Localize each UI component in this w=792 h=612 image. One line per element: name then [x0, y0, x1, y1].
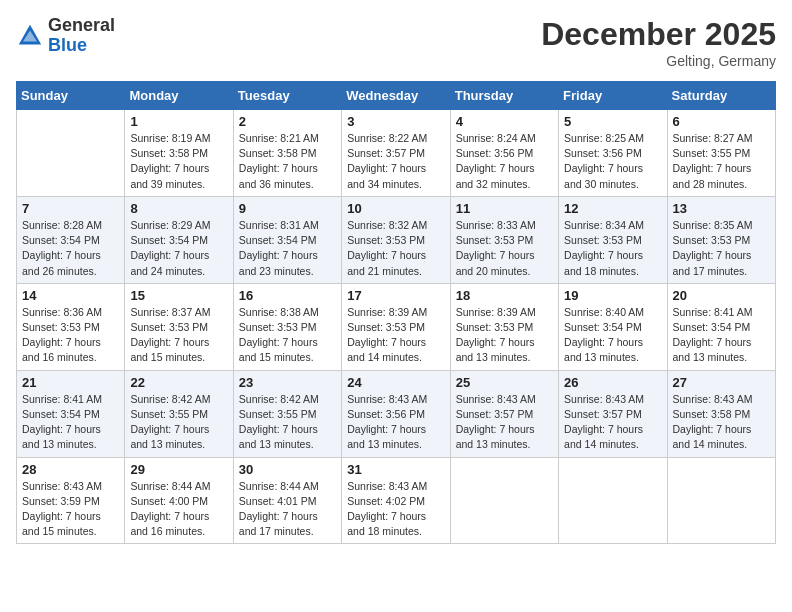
calendar-cell: 9Sunrise: 8:31 AM Sunset: 3:54 PM Daylig… [233, 196, 341, 283]
day-number: 14 [22, 288, 119, 303]
day-number: 1 [130, 114, 227, 129]
day-number: 3 [347, 114, 444, 129]
day-number: 24 [347, 375, 444, 390]
calendar-week-row: 14Sunrise: 8:36 AM Sunset: 3:53 PM Dayli… [17, 283, 776, 370]
header-wednesday: Wednesday [342, 82, 450, 110]
day-number: 21 [22, 375, 119, 390]
day-info: Sunrise: 8:40 AM Sunset: 3:54 PM Dayligh… [564, 305, 661, 366]
calendar-cell: 14Sunrise: 8:36 AM Sunset: 3:53 PM Dayli… [17, 283, 125, 370]
logo-general-text: General [48, 15, 115, 35]
day-number: 17 [347, 288, 444, 303]
calendar-cell: 25Sunrise: 8:43 AM Sunset: 3:57 PM Dayli… [450, 370, 558, 457]
day-info: Sunrise: 8:41 AM Sunset: 3:54 PM Dayligh… [673, 305, 770, 366]
day-number: 9 [239, 201, 336, 216]
day-number: 30 [239, 462, 336, 477]
day-number: 22 [130, 375, 227, 390]
header-thursday: Thursday [450, 82, 558, 110]
calendar-cell: 30Sunrise: 8:44 AM Sunset: 4:01 PM Dayli… [233, 457, 341, 544]
calendar-cell: 13Sunrise: 8:35 AM Sunset: 3:53 PM Dayli… [667, 196, 775, 283]
day-number: 29 [130, 462, 227, 477]
logo-blue-text: Blue [48, 35, 87, 55]
calendar-cell: 26Sunrise: 8:43 AM Sunset: 3:57 PM Dayli… [559, 370, 667, 457]
day-info: Sunrise: 8:39 AM Sunset: 3:53 PM Dayligh… [347, 305, 444, 366]
day-info: Sunrise: 8:44 AM Sunset: 4:00 PM Dayligh… [130, 479, 227, 540]
header-saturday: Saturday [667, 82, 775, 110]
logo: General Blue [16, 16, 115, 56]
calendar-cell: 24Sunrise: 8:43 AM Sunset: 3:56 PM Dayli… [342, 370, 450, 457]
day-number: 11 [456, 201, 553, 216]
calendar-cell: 6Sunrise: 8:27 AM Sunset: 3:55 PM Daylig… [667, 110, 775, 197]
header-tuesday: Tuesday [233, 82, 341, 110]
day-number: 18 [456, 288, 553, 303]
calendar-cell: 2Sunrise: 8:21 AM Sunset: 3:58 PM Daylig… [233, 110, 341, 197]
day-number: 8 [130, 201, 227, 216]
day-info: Sunrise: 8:33 AM Sunset: 3:53 PM Dayligh… [456, 218, 553, 279]
day-number: 28 [22, 462, 119, 477]
calendar-header-row: SundayMondayTuesdayWednesdayThursdayFrid… [17, 82, 776, 110]
day-number: 2 [239, 114, 336, 129]
day-info: Sunrise: 8:21 AM Sunset: 3:58 PM Dayligh… [239, 131, 336, 192]
day-info: Sunrise: 8:42 AM Sunset: 3:55 PM Dayligh… [239, 392, 336, 453]
calendar-cell: 22Sunrise: 8:42 AM Sunset: 3:55 PM Dayli… [125, 370, 233, 457]
calendar-cell: 18Sunrise: 8:39 AM Sunset: 3:53 PM Dayli… [450, 283, 558, 370]
day-number: 25 [456, 375, 553, 390]
day-number: 16 [239, 288, 336, 303]
calendar-cell: 5Sunrise: 8:25 AM Sunset: 3:56 PM Daylig… [559, 110, 667, 197]
day-info: Sunrise: 8:31 AM Sunset: 3:54 PM Dayligh… [239, 218, 336, 279]
calendar-week-row: 7Sunrise: 8:28 AM Sunset: 3:54 PM Daylig… [17, 196, 776, 283]
calendar-cell: 10Sunrise: 8:32 AM Sunset: 3:53 PM Dayli… [342, 196, 450, 283]
day-info: Sunrise: 8:32 AM Sunset: 3:53 PM Dayligh… [347, 218, 444, 279]
day-info: Sunrise: 8:41 AM Sunset: 3:54 PM Dayligh… [22, 392, 119, 453]
calendar-cell: 7Sunrise: 8:28 AM Sunset: 3:54 PM Daylig… [17, 196, 125, 283]
day-info: Sunrise: 8:24 AM Sunset: 3:56 PM Dayligh… [456, 131, 553, 192]
day-number: 13 [673, 201, 770, 216]
calendar-cell: 11Sunrise: 8:33 AM Sunset: 3:53 PM Dayli… [450, 196, 558, 283]
calendar-cell: 28Sunrise: 8:43 AM Sunset: 3:59 PM Dayli… [17, 457, 125, 544]
header-friday: Friday [559, 82, 667, 110]
calendar-cell: 8Sunrise: 8:29 AM Sunset: 3:54 PM Daylig… [125, 196, 233, 283]
day-number: 10 [347, 201, 444, 216]
day-number: 31 [347, 462, 444, 477]
day-number: 7 [22, 201, 119, 216]
calendar-cell [450, 457, 558, 544]
day-number: 26 [564, 375, 661, 390]
calendar-cell: 1Sunrise: 8:19 AM Sunset: 3:58 PM Daylig… [125, 110, 233, 197]
calendar-cell: 21Sunrise: 8:41 AM Sunset: 3:54 PM Dayli… [17, 370, 125, 457]
calendar-week-row: 21Sunrise: 8:41 AM Sunset: 3:54 PM Dayli… [17, 370, 776, 457]
calendar-cell: 19Sunrise: 8:40 AM Sunset: 3:54 PM Dayli… [559, 283, 667, 370]
day-info: Sunrise: 8:43 AM Sunset: 3:58 PM Dayligh… [673, 392, 770, 453]
calendar-week-row: 28Sunrise: 8:43 AM Sunset: 3:59 PM Dayli… [17, 457, 776, 544]
day-info: Sunrise: 8:38 AM Sunset: 3:53 PM Dayligh… [239, 305, 336, 366]
calendar-cell: 3Sunrise: 8:22 AM Sunset: 3:57 PM Daylig… [342, 110, 450, 197]
calendar-cell [559, 457, 667, 544]
calendar-cell: 17Sunrise: 8:39 AM Sunset: 3:53 PM Dayli… [342, 283, 450, 370]
location-label: Gelting, Germany [541, 53, 776, 69]
header-sunday: Sunday [17, 82, 125, 110]
day-info: Sunrise: 8:36 AM Sunset: 3:53 PM Dayligh… [22, 305, 119, 366]
day-number: 23 [239, 375, 336, 390]
day-info: Sunrise: 8:34 AM Sunset: 3:53 PM Dayligh… [564, 218, 661, 279]
day-number: 19 [564, 288, 661, 303]
day-info: Sunrise: 8:35 AM Sunset: 3:53 PM Dayligh… [673, 218, 770, 279]
day-info: Sunrise: 8:39 AM Sunset: 3:53 PM Dayligh… [456, 305, 553, 366]
day-number: 5 [564, 114, 661, 129]
day-info: Sunrise: 8:43 AM Sunset: 3:57 PM Dayligh… [564, 392, 661, 453]
calendar-week-row: 1Sunrise: 8:19 AM Sunset: 3:58 PM Daylig… [17, 110, 776, 197]
day-number: 27 [673, 375, 770, 390]
day-info: Sunrise: 8:25 AM Sunset: 3:56 PM Dayligh… [564, 131, 661, 192]
calendar-cell: 20Sunrise: 8:41 AM Sunset: 3:54 PM Dayli… [667, 283, 775, 370]
calendar-cell [667, 457, 775, 544]
month-title: December 2025 [541, 16, 776, 53]
calendar-cell: 31Sunrise: 8:43 AM Sunset: 4:02 PM Dayli… [342, 457, 450, 544]
day-number: 20 [673, 288, 770, 303]
day-info: Sunrise: 8:28 AM Sunset: 3:54 PM Dayligh… [22, 218, 119, 279]
calendar-cell: 15Sunrise: 8:37 AM Sunset: 3:53 PM Dayli… [125, 283, 233, 370]
calendar-cell: 12Sunrise: 8:34 AM Sunset: 3:53 PM Dayli… [559, 196, 667, 283]
day-info: Sunrise: 8:43 AM Sunset: 4:02 PM Dayligh… [347, 479, 444, 540]
day-info: Sunrise: 8:22 AM Sunset: 3:57 PM Dayligh… [347, 131, 444, 192]
day-info: Sunrise: 8:19 AM Sunset: 3:58 PM Dayligh… [130, 131, 227, 192]
header-monday: Monday [125, 82, 233, 110]
day-number: 4 [456, 114, 553, 129]
page-header: General Blue December 2025 Gelting, Germ… [16, 16, 776, 69]
day-info: Sunrise: 8:27 AM Sunset: 3:55 PM Dayligh… [673, 131, 770, 192]
